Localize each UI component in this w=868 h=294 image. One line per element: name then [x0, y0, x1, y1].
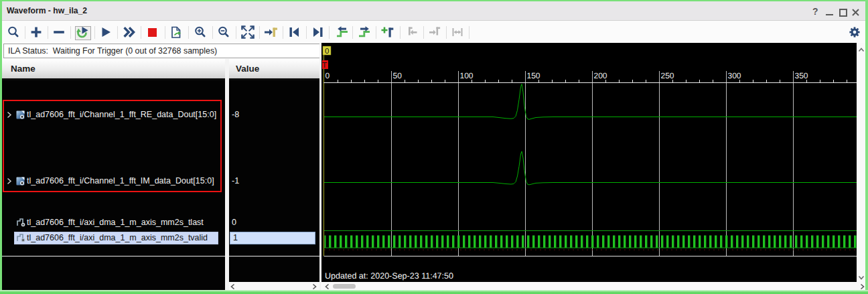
svg-text:T: T	[322, 62, 327, 70]
svg-text:150: 150	[527, 71, 540, 80]
svg-text:350: 350	[795, 71, 808, 80]
svg-text:100: 100	[460, 71, 474, 80]
svg-text:50: 50	[393, 71, 403, 80]
svg-text:0: 0	[326, 71, 330, 80]
svg-text:200: 200	[594, 71, 607, 80]
svg-text:250: 250	[661, 71, 674, 80]
svg-text:300: 300	[728, 71, 741, 80]
svg-text:0: 0	[325, 48, 329, 56]
svg-text:Updated at: 2020-Sep-23 11:47:: Updated at: 2020-Sep-23 11:47:50	[325, 271, 453, 281]
